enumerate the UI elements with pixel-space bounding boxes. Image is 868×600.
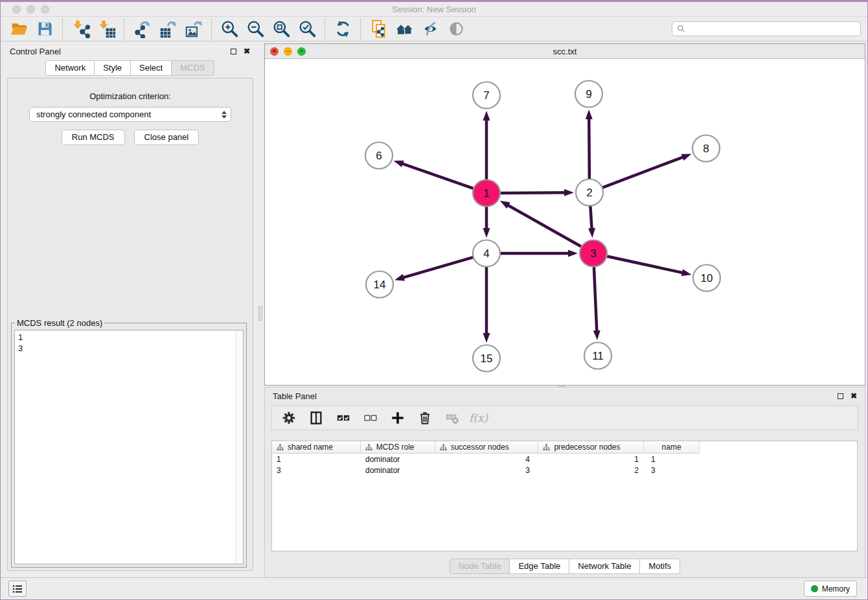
export-network-icon[interactable] — [129, 19, 155, 40]
cell-mcds-role: dominator — [361, 455, 435, 464]
home-network-icon[interactable] — [391, 19, 417, 40]
export-image-icon[interactable] — [181, 19, 207, 40]
graph-edge-arrowhead — [500, 201, 510, 209]
cell-successor-nodes: 4 — [435, 455, 539, 464]
close-panel-icon[interactable]: ✖ — [244, 47, 250, 55]
graph-edge-arrowhead — [681, 154, 692, 160]
cell-shared-name: 1 — [272, 455, 361, 464]
control-panel-header: Control Panel ✖ — [1, 42, 259, 60]
zoom-fit-icon[interactable] — [268, 19, 294, 40]
graph-edge-arrowhead — [483, 333, 490, 343]
control-panel-tabs: Network Style Select MCDS — [1, 60, 259, 76]
tab-select[interactable]: Select — [131, 60, 172, 76]
zoom-out-icon[interactable] — [242, 19, 268, 40]
memory-button[interactable]: Memory — [804, 581, 857, 597]
search-box[interactable] — [672, 21, 861, 36]
run-mcds-button[interactable]: Run MCDS — [62, 130, 125, 145]
table-panel-tabs: Node Table Edge Table Network Table Moti… — [265, 559, 865, 574]
graph-edge[interactable] — [601, 157, 684, 188]
mcds-tab-content: Optimization criterion: strongly connect… — [7, 78, 253, 571]
column-header-shared-name[interactable]: shared name — [272, 441, 361, 453]
hierarchy-icon — [440, 444, 447, 451]
save-session-icon[interactable] — [32, 19, 58, 40]
zoom-selected-icon[interactable] — [294, 19, 320, 40]
graph-edge[interactable] — [589, 118, 589, 180]
import-network-icon[interactable] — [67, 19, 93, 40]
delete-column-trash-icon[interactable] — [415, 408, 435, 428]
tab-node-table[interactable]: Node Table — [450, 559, 510, 574]
control-panel-title: Control Panel — [10, 47, 61, 56]
show-graphics-details-icon[interactable] — [443, 19, 469, 40]
table-settings-gear-icon[interactable] — [279, 408, 299, 428]
copy-network-icon[interactable] — [365, 19, 391, 40]
import-table-icon[interactable] — [93, 19, 119, 40]
graph-svg: 7968124314101511 — [265, 59, 864, 385]
open-session-icon[interactable] — [6, 19, 32, 40]
table-row[interactable]: 3 dominator 3 2 3 — [272, 465, 857, 476]
tab-mcds[interactable]: MCDS — [172, 60, 214, 76]
graph-node-label: 4 — [483, 248, 489, 260]
cell-successor-nodes: 3 — [435, 466, 539, 475]
float-panel-icon[interactable] — [838, 393, 843, 399]
search-input[interactable] — [689, 25, 856, 34]
float-panel-icon[interactable] — [231, 49, 236, 54]
toolbar-separator — [360, 19, 361, 40]
graph-edge[interactable] — [590, 205, 591, 229]
close-panel-icon[interactable]: ✖ — [851, 392, 857, 400]
task-history-button[interactable] — [8, 581, 27, 597]
graph-node-label: 15 — [481, 352, 493, 365]
optimization-criterion-select[interactable]: strongly connected component — [29, 107, 231, 122]
graph-edge[interactable] — [403, 257, 475, 277]
network-window-title: scc.txt — [265, 47, 865, 56]
function-builder-icon: f(x) — [469, 411, 488, 424]
graph-edge[interactable] — [507, 205, 582, 248]
hide-graphics-details-icon[interactable] — [417, 19, 443, 40]
tab-motifs[interactable]: Motifs — [640, 559, 680, 574]
toolbar-separator — [211, 19, 212, 40]
refresh-icon[interactable] — [330, 19, 356, 40]
tab-edge-table[interactable]: Edge Table — [510, 559, 569, 574]
column-header-name[interactable]: name — [644, 441, 699, 453]
close-panel-button[interactable]: Close panel — [134, 130, 200, 145]
create-column-plus-icon[interactable] — [387, 408, 408, 428]
vertical-splitter[interactable] — [258, 306, 262, 321]
table-panel: Table Panel ✖ — [264, 387, 865, 578]
tab-style[interactable]: Style — [95, 60, 131, 76]
optimization-criterion-value: strongly connected component — [36, 110, 151, 119]
graph-edge[interactable] — [402, 163, 475, 189]
graph-edge-arrowhead — [483, 111, 490, 121]
mcds-result-line: 3 — [18, 343, 240, 354]
control-panel: Control Panel ✖ Network Style Select MCD… — [1, 42, 259, 577]
graph-node-label: 10 — [701, 272, 713, 284]
network-canvas[interactable]: 7968124314101511 — [265, 59, 865, 385]
graph-edge[interactable] — [606, 256, 683, 273]
graph-edge[interactable] — [594, 266, 597, 332]
column-header-predecessor-nodes[interactable]: predecessor nodes — [538, 441, 644, 453]
select-all-columns-icon[interactable] — [333, 408, 354, 428]
column-header-mcds-role[interactable]: MCDS role — [361, 441, 435, 453]
export-table-icon[interactable] — [155, 19, 181, 40]
graph-node-label: 8 — [703, 143, 709, 155]
titlebar: Session: New Session — [1, 2, 867, 17]
cell-name: 3 — [645, 466, 700, 475]
show-columns-icon[interactable] — [306, 408, 326, 428]
column-header-successor-nodes[interactable]: successor nodes — [435, 441, 539, 453]
memory-status-icon — [811, 585, 818, 592]
toolbar-separator — [62, 19, 63, 40]
node-table[interactable]: shared name MCDS role successor nodes pr… — [271, 441, 858, 551]
result-scrollbar[interactable] — [235, 330, 243, 564]
deselect-all-columns-icon[interactable] — [360, 408, 381, 428]
zoom-in-icon[interactable] — [216, 19, 242, 40]
status-bar: Memory — [1, 577, 867, 599]
mcds-result-group: MCDS result (2 nodes) 1 3 — [11, 323, 247, 568]
graph-edge[interactable] — [499, 192, 565, 193]
table-row[interactable]: 1 dominator 4 1 1 — [272, 454, 857, 465]
graph-node-label: 11 — [592, 350, 604, 362]
mcds-result-text[interactable]: 1 3 — [14, 330, 244, 564]
graph-edge-arrowhead — [593, 330, 600, 340]
tab-network[interactable]: Network — [45, 60, 95, 76]
graph-edge-arrowhead — [483, 228, 490, 238]
tab-network-table[interactable]: Network Table — [569, 559, 640, 574]
graph-node-label: 3 — [590, 248, 596, 260]
graph-node-label: 6 — [376, 150, 382, 162]
